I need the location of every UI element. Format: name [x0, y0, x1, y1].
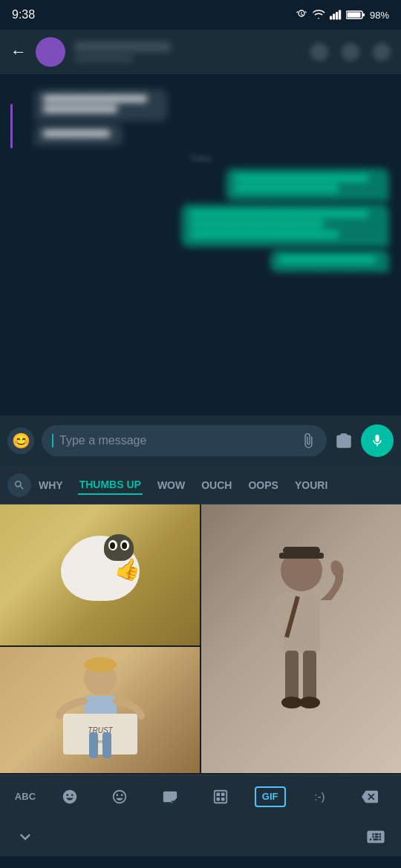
bottom-navigation [0, 818, 401, 856]
status-icons: 98% [296, 9, 389, 21]
svg-rect-2 [336, 12, 338, 19]
keyboard-icon[interactable] [365, 826, 386, 847]
contact-status [74, 55, 134, 62]
svg-rect-1 [333, 13, 335, 19]
sheep-pupil-right [122, 542, 127, 549]
sheep-eye-left [108, 540, 117, 550]
svg-rect-6 [347, 13, 360, 18]
message-bubble [34, 124, 123, 146]
gif-search-button[interactable] [7, 473, 31, 497]
svg-rect-38 [216, 797, 220, 800]
abc-button[interactable]: ABC [15, 780, 36, 813]
message-bubble [270, 250, 389, 272]
phone-icon[interactable] [342, 43, 359, 61]
svg-point-15 [281, 697, 302, 708]
keyboard-toolbar: ABC GIF :-) [0, 775, 401, 818]
tab-ouch[interactable]: OUCH [200, 476, 233, 494]
man-figure [242, 533, 361, 744]
message-group-sent-1 [34, 89, 389, 146]
svg-point-18 [84, 657, 117, 672]
tab-why[interactable]: WHY [37, 476, 65, 494]
battery-icon [346, 10, 365, 20]
wifi-icon [312, 10, 325, 20]
text-cursor [52, 434, 53, 447]
emoticon-button[interactable]: :-) [303, 780, 336, 813]
tab-wow[interactable]: WOW [156, 476, 186, 494]
tab-youri[interactable]: YOURI [293, 476, 329, 494]
contact-avatar [36, 37, 65, 67]
gif-search-bar: WHY THUMBS UP WOW OUCH OOPS YOURI [0, 466, 401, 504]
chat-area: Today [0, 74, 401, 415]
message-bubble [226, 168, 389, 201]
man-svg [242, 533, 361, 741]
message-input-box[interactable]: Type a message [42, 425, 327, 456]
svg-point-16 [299, 697, 320, 708]
chevron-down-icon[interactable] [15, 826, 36, 847]
video-call-icon[interactable] [310, 43, 328, 61]
mic-button[interactable] [361, 424, 394, 457]
gif-item-sheep[interactable]: 👍 [0, 504, 200, 645]
sticker-search-button[interactable] [53, 780, 86, 813]
header-actions [310, 43, 391, 61]
camera-button[interactable] [334, 433, 353, 449]
app-header: ← [0, 30, 401, 74]
gif-category-tabs: WHY THUMBS UP WOW OUCH OOPS YOURI [37, 470, 394, 500]
emoji-keyboard-button[interactable] [103, 780, 136, 813]
message-bubble [34, 89, 168, 122]
gif-grid: 👍 [0, 504, 401, 775]
svg-rect-3 [339, 10, 341, 20]
status-bar: 9:38 98% [0, 0, 401, 30]
svg-rect-23 [89, 732, 98, 758]
more-options-icon[interactable] [373, 43, 391, 61]
svg-rect-0 [330, 16, 332, 20]
svg-point-12 [328, 559, 345, 579]
svg-rect-13 [285, 651, 299, 703]
message-bubble [181, 204, 389, 247]
contact-info [74, 42, 301, 62]
gif-item-kid[interactable]: TRUST combo [0, 647, 200, 773]
tab-oops[interactable]: OOPS [247, 476, 279, 494]
gif-item-man[interactable] [201, 504, 401, 773]
kid-svg: TRUST combo [48, 653, 152, 764]
back-button[interactable]: ← [10, 42, 27, 62]
svg-rect-39 [221, 797, 225, 800]
svg-rect-9 [279, 553, 324, 559]
sheep-eye-right [120, 540, 129, 550]
gif-button[interactable]: GIF [255, 786, 286, 807]
meme-button[interactable] [204, 780, 237, 813]
sticker-button[interactable] [154, 780, 186, 813]
svg-rect-35 [215, 790, 227, 803]
svg-rect-24 [102, 732, 111, 758]
svg-rect-37 [221, 792, 225, 796]
message-timestamp: Today [12, 154, 389, 162]
sheep-pupil-left [110, 542, 115, 549]
delete-button[interactable] [353, 780, 386, 813]
emoji-button[interactable]: 😊 [7, 427, 34, 454]
svg-rect-14 [303, 651, 316, 703]
message-group-received-1 [12, 168, 389, 272]
kid-figure: TRUST combo [48, 653, 152, 767]
chat-messages: Today [12, 83, 389, 280]
signal-icon [330, 10, 342, 20]
tab-thumbs-up[interactable]: THUMBS UP [78, 476, 143, 495]
svg-rect-36 [216, 792, 220, 796]
status-time: 9:38 [12, 8, 35, 22]
message-input-area: 😊 Type a message [0, 415, 401, 466]
message-placeholder: Type a message [59, 434, 294, 447]
contact-name [74, 42, 171, 52]
alarm-icon [296, 9, 307, 21]
sheep-character: 👍 [63, 534, 137, 616]
svg-rect-5 [362, 13, 365, 16]
attach-icon[interactable] [300, 433, 316, 449]
battery-percent: 98% [370, 10, 389, 21]
